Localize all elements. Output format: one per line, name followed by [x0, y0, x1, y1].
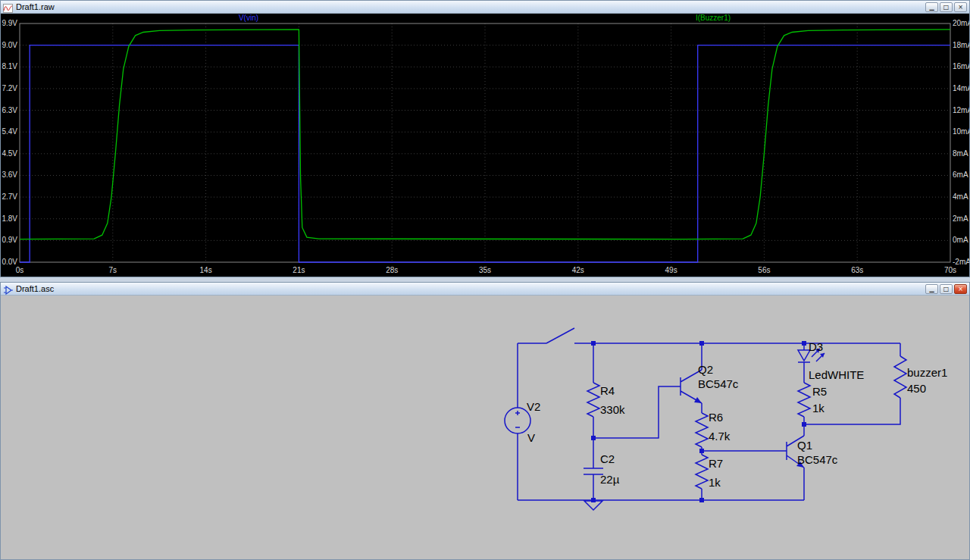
left-axis-tick: 9.9V — [2, 19, 17, 27]
junction-dot — [591, 341, 596, 346]
component-R4[interactable]: R4 330k — [587, 383, 625, 417]
label-q1-value[interactable]: BC547c — [797, 453, 838, 466]
resistor-symbol[interactable] — [587, 383, 599, 417]
waveform-window: Draft1.raw ▁ □ × 9.9V9.0V8.1V7.2V6.3V5.4… — [0, 0, 970, 277]
resistor-symbol[interactable] — [696, 413, 708, 447]
x-axis-tick: 0s — [16, 266, 24, 274]
grid — [20, 23, 950, 262]
right-axis-tick: 20mA — [953, 19, 969, 27]
component-Q1[interactable]: Q1 BC547c — [787, 436, 838, 468]
left-axis-tick: 0.9V — [2, 236, 17, 244]
label-buzzer1-value[interactable]: 450 — [907, 382, 926, 395]
plot-border — [20, 23, 950, 262]
junction-dot — [699, 341, 704, 346]
right-axis-tick: 6mA — [953, 171, 968, 179]
right-axis-tick: 16mA — [953, 62, 969, 70]
buzzer-symbol[interactable] — [894, 356, 906, 398]
waveform-titlebar[interactable]: Draft1.raw ▁ □ × — [1, 1, 969, 14]
minimize-button[interactable]: ▁ — [925, 2, 938, 12]
label-r6-ref[interactable]: R6 — [709, 411, 723, 424]
component-V2[interactable]: V2 V — [505, 400, 540, 444]
trace-label[interactable]: V(vin) — [239, 14, 258, 22]
junction-dot — [802, 422, 806, 427]
schematic-window-title: Draft1.asc — [16, 284, 54, 293]
schematic-titlebar[interactable]: Draft1.asc ▁ □ × — [1, 283, 969, 296]
left-axis-tick: 9.0V — [2, 41, 17, 49]
component-buzzer1[interactable]: buzzer1 450 — [894, 356, 947, 398]
junction-dot — [699, 449, 704, 453]
label-r7-ref[interactable]: R7 — [709, 457, 723, 470]
component-R6[interactable]: R6 4.7k — [696, 411, 731, 447]
maximize-button[interactable]: □ — [940, 2, 953, 12]
right-axis-tick: 2mA — [953, 214, 968, 223]
close-button[interactable]: × — [954, 284, 967, 294]
waveform-chart[interactable]: 9.9V9.0V8.1V7.2V6.3V5.4V4.5V3.6V2.7V1.8V… — [1, 14, 969, 277]
right-axis-tick: 18mA — [953, 41, 969, 49]
label-v2-ref[interactable]: V2 — [527, 400, 540, 413]
trace-label[interactable]: I(Buzzer1) — [696, 14, 731, 22]
x-axis-tick: 7s — [109, 266, 117, 274]
trace-I(Buzzer1)[interactable] — [20, 30, 950, 239]
label-r6-value[interactable]: 4.7k — [709, 430, 731, 443]
schematic-canvas[interactable]: V2 V R4 330k C2 22µ Q2 BC547c — [1, 298, 969, 559]
left-axis-tick: 2.7V — [2, 192, 17, 201]
x-axis-tick: 28s — [386, 266, 398, 274]
label-buzzer1-ref[interactable]: buzzer1 — [907, 366, 947, 379]
right-axis-tick: 10mA — [953, 127, 969, 136]
close-button[interactable]: × — [954, 2, 967, 12]
left-axis-tick: 1.8V — [2, 214, 17, 223]
waveform-icon[interactable] — [3, 2, 13, 11]
x-axis-tick: 35s — [479, 266, 491, 274]
junction-dot — [699, 498, 704, 502]
label-r4-value[interactable]: 330k — [600, 403, 625, 416]
resistor-symbol[interactable] — [696, 455, 708, 489]
right-axis-tick: 4mA — [953, 192, 968, 201]
minimize-button[interactable]: ▁ — [925, 284, 938, 294]
switch-wire[interactable] — [546, 328, 574, 343]
label-d3-ref[interactable]: D3 — [809, 340, 823, 353]
x-axis-tick: 70s — [944, 266, 956, 274]
left-axis-tick: 8.1V — [2, 62, 17, 70]
label-q2-ref[interactable]: Q2 — [698, 363, 713, 376]
junction-dot — [802, 341, 806, 346]
resistor-symbol[interactable] — [798, 383, 810, 417]
left-axis-tick: 4.5V — [2, 149, 17, 158]
schematic-icon[interactable] — [3, 284, 13, 293]
schematic-window: Draft1.asc ▁ □ × V2 V R4 330k — [0, 282, 970, 560]
label-c2-ref[interactable]: C2 — [600, 452, 615, 465]
left-axis-tick: 7.2V — [2, 84, 17, 92]
label-r4-ref[interactable]: R4 — [600, 384, 615, 397]
label-r5-value[interactable]: 1k — [812, 402, 824, 415]
right-axis-tick: 8mA — [953, 149, 968, 158]
waveform-plot-area[interactable]: 9.9V9.0V8.1V7.2V6.3V5.4V4.5V3.6V2.7V1.8V… — [1, 14, 969, 277]
x-axis-tick: 49s — [665, 266, 677, 274]
left-axis-tick: 3.6V — [2, 171, 17, 179]
waveform-window-title: Draft1.raw — [16, 2, 55, 11]
label-c2-value[interactable]: 22µ — [600, 473, 620, 486]
component-R7[interactable]: R7 1k — [696, 455, 723, 489]
label-r5-ref[interactable]: R5 — [812, 385, 827, 398]
right-axis-tick: 14mA — [953, 84, 969, 92]
right-axis-tick: -2mA — [953, 258, 969, 266]
left-axis-tick: 6.3V — [2, 106, 17, 114]
label-r7-value[interactable]: 1k — [709, 476, 721, 489]
left-axis-tick: 5.4V — [2, 127, 17, 136]
right-axis-tick: 0mA — [953, 236, 968, 244]
junction-dot — [591, 498, 596, 502]
label-q1-ref[interactable]: Q1 — [797, 439, 812, 452]
component-D3[interactable]: D3 LedWHITE — [798, 340, 864, 381]
x-axis-tick: 14s — [200, 266, 212, 274]
x-axis-tick: 56s — [758, 266, 770, 274]
label-d3-value[interactable]: LedWHITE — [809, 368, 864, 381]
left-axis-tick: 0.0V — [2, 258, 17, 266]
x-axis-tick: 42s — [572, 266, 584, 274]
component-C2[interactable]: C2 22µ — [584, 452, 620, 486]
junction-dot — [591, 436, 596, 440]
component-Q2[interactable]: Q2 BC547c — [681, 363, 739, 403]
right-axis-tick: 12mA — [953, 106, 969, 114]
label-v2-value[interactable]: V — [527, 431, 535, 444]
component-R5[interactable]: R5 1k — [798, 383, 827, 417]
x-axis-tick: 63s — [851, 266, 863, 274]
label-q2-value[interactable]: BC547c — [698, 377, 739, 390]
maximize-button[interactable]: □ — [940, 284, 953, 294]
